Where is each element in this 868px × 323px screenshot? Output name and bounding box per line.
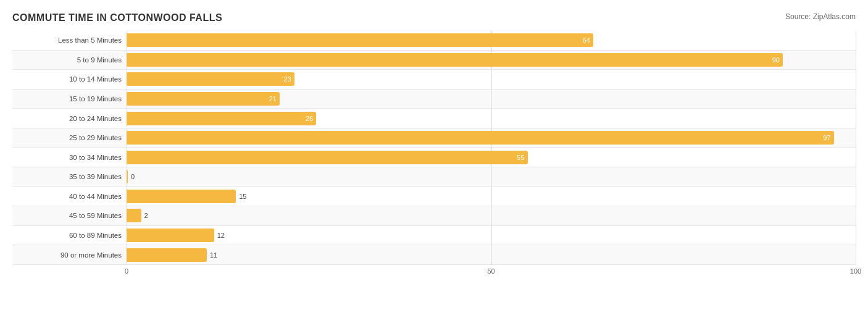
bar-value: 21 [269,95,277,103]
bar-label: 5 to 9 Minutes [12,56,127,64]
chart-container: COMMUTE TIME IN COTTONWOOD FALLS Source:… [0,0,868,323]
bar-label: 15 to 19 Minutes [12,95,127,103]
bar-track: 15 [127,190,856,203]
x-axis: 050100 [127,267,856,280]
bar-value: 11 [210,251,217,259]
bar-value: 15 [239,193,246,200]
bar-track: 64 [127,33,856,47]
bars-area: Less than 5 Minutes645 to 9 Minutes9010 … [12,31,856,265]
bar-track: 90 [127,53,856,67]
bar-row: 30 to 34 Minutes55 [12,148,856,167]
bar-fill: 90 [127,53,783,67]
bar-label: 20 to 24 Minutes [12,115,127,122]
bar-fill: 97 [127,131,834,145]
x-axis-label: 0 [125,267,128,275]
chart-source: Source: ZipAtlas.com [785,12,856,21]
bar-fill [127,229,214,242]
bar-label: 40 to 44 Minutes [12,193,127,200]
bar-fill [127,170,128,183]
bar-label: 90 or more Minutes [12,251,127,259]
bar-label: 60 to 89 Minutes [12,232,127,239]
bar-track: 97 [127,131,856,145]
bar-label: 30 to 34 Minutes [12,154,127,161]
bar-row: 60 to 89 Minutes12 [12,226,856,246]
x-axis-label: 50 [487,267,495,275]
bar-label: 10 to 14 Minutes [12,75,127,83]
bar-fill [127,209,141,222]
bar-row: 90 or more Minutes11 [12,245,856,265]
bar-fill: 64 [127,33,593,47]
bar-row: 15 to 19 Minutes21 [12,90,856,109]
chart-title: COMMUTE TIME IN COTTONWOOD FALLS [12,12,222,23]
chart-header: COMMUTE TIME IN COTTONWOOD FALLS Source:… [12,12,856,23]
bar-fill: 23 [127,72,294,86]
bar-row: 10 to 14 Minutes23 [12,70,856,90]
bar-value: 55 [517,154,524,161]
bar-row: 45 to 59 Minutes2 [12,206,856,226]
bar-row: 35 to 39 Minutes0 [12,167,856,187]
bar-track: 12 [127,229,856,242]
bar-fill: 55 [127,151,528,164]
x-axis-label: 100 [850,267,861,275]
bar-value: 0 [131,173,135,180]
bar-track: 2 [127,209,856,222]
bar-row: 20 to 24 Minutes26 [12,109,856,128]
bar-label: 25 to 29 Minutes [12,134,127,141]
bar-value: 26 [306,115,313,122]
bar-value: 90 [772,56,780,64]
bar-fill [127,248,207,262]
bar-row: Less than 5 Minutes64 [12,31,856,51]
bar-value: 64 [583,36,590,44]
bar-track: 11 [127,248,856,262]
bar-fill [127,190,236,203]
bar-row: 40 to 44 Minutes15 [12,187,856,207]
bar-label: 35 to 39 Minutes [12,173,127,180]
bar-track: 55 [127,151,856,164]
bar-fill: 26 [127,112,316,125]
chart-body: Less than 5 Minutes645 to 9 Minutes9010 … [12,31,856,280]
bar-track: 0 [127,170,856,183]
bar-value: 23 [283,75,291,83]
bar-track: 23 [127,72,856,86]
bar-row: 5 to 9 Minutes90 [12,51,856,70]
bar-label: Less than 5 Minutes [12,36,127,44]
bar-value: 2 [144,212,148,219]
bar-fill: 21 [127,92,280,106]
bar-row: 25 to 29 Minutes97 [12,128,856,148]
bar-value: 12 [217,232,225,239]
bar-track: 21 [127,92,856,106]
bar-label: 45 to 59 Minutes [12,212,127,219]
bar-track: 26 [127,112,856,125]
bar-value: 97 [823,134,830,141]
